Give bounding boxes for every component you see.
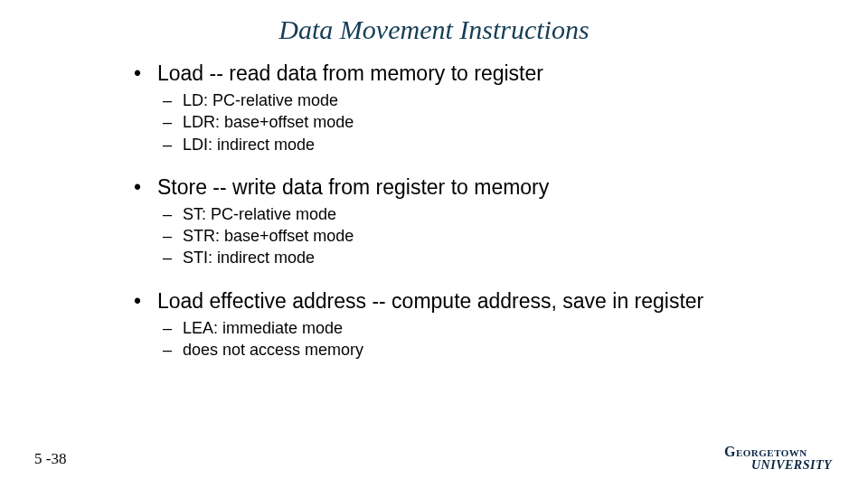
bullet-store: Store -- write data from register to mem… [118, 175, 814, 200]
page-number: 5 -38 [34, 450, 66, 468]
slide-body: Load -- read data from memory to registe… [118, 61, 814, 361]
sub-item: LDI: indirect mode [157, 134, 814, 155]
sub-list-store: ST: PC-relative mode STR: base+offset mo… [157, 203, 814, 269]
sub-list-lea: LEA: immediate mode does not access memo… [157, 317, 814, 361]
sub-item: STR: base+offset mode [157, 225, 814, 247]
bullet-lea: Load effective address -- compute addres… [118, 289, 814, 314]
logo-top-text: Georgetown [724, 445, 832, 459]
sub-item: LD: PC-relative mode [157, 89, 814, 111]
sub-item: LEA: immediate mode [157, 317, 814, 339]
slide-title: Data Movement Instructions [0, 14, 868, 45]
university-logo: Georgetown UNIVERSITY [724, 445, 832, 472]
sub-list-load: LD: PC-relative mode LDR: base+offset mo… [157, 89, 814, 155]
sub-item: does not access memory [157, 339, 814, 361]
sub-item: STI: indirect mode [157, 247, 814, 268]
logo-bottom-text: UNIVERSITY [724, 459, 832, 472]
sub-item: LDR: base+offset mode [157, 111, 814, 133]
sub-item: ST: PC-relative mode [157, 203, 814, 225]
bullet-load: Load -- read data from memory to registe… [118, 61, 814, 86]
